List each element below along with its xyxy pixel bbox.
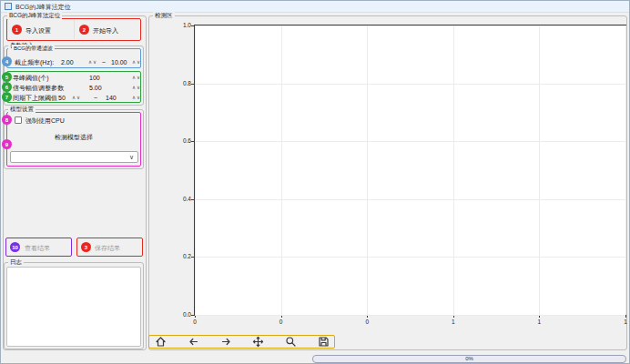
x-tick-label: 0 [360, 318, 374, 325]
x-tick-label: 1 [446, 318, 461, 325]
pan-icon[interactable] [252, 337, 263, 348]
x-tick-label: 0 [274, 318, 289, 325]
badge-4: 4 [2, 56, 12, 66]
zoom-icon[interactable] [285, 337, 296, 348]
badge-2: 2 [79, 25, 89, 35]
left-group-label: BCG的J峰算法定位 [7, 12, 62, 19]
y-tick-label: 0.0 [171, 311, 191, 318]
progress-text: 0% [465, 356, 473, 362]
import-annotation-box [6, 18, 141, 41]
y-gridline [195, 199, 625, 200]
x-gridline [281, 25, 282, 315]
save-icon[interactable] [318, 337, 329, 348]
progress-bar: 0% [312, 355, 626, 363]
badge-1: 1 [12, 25, 22, 35]
plot-group-label: 检测区 [153, 12, 175, 19]
threshold-annotation-box [6, 71, 141, 103]
y-tickmark [191, 84, 195, 85]
badge-6: 6 [2, 82, 12, 92]
y-tickmark [191, 141, 195, 142]
model-group-label: 模型设置 [8, 106, 36, 113]
badge-8: 8 [2, 115, 12, 125]
y-gridline [195, 25, 625, 26]
x-tick-label: 1 [618, 318, 630, 325]
badge-7: 7 [2, 92, 12, 102]
log-textarea[interactable] [6, 267, 141, 347]
back-icon[interactable] [188, 337, 198, 348]
y-gridline [195, 257, 625, 258]
y-gridline [195, 315, 625, 316]
y-tick-label: 1.0 [171, 22, 191, 28]
y-tick-label: 0.8 [171, 80, 191, 86]
x-tick-label: 1 [532, 318, 546, 325]
y-tickmark [191, 25, 195, 26]
y-tickmark [191, 257, 195, 258]
badge-9: 9 [2, 139, 12, 149]
x-gridline [625, 25, 626, 315]
y-tick-label: 0.6 [171, 137, 191, 144]
forward-icon[interactable] [220, 337, 231, 348]
x-gridline [195, 25, 196, 315]
y-tickmark [191, 199, 195, 200]
y-tick-label: 0.2 [171, 253, 191, 259]
badge-3: 3 [81, 242, 91, 252]
badge-10: 10 [10, 242, 20, 252]
x-gridline [453, 25, 454, 315]
plot-canvas[interactable]: 0001110.00.20.40.60.81.0 [194, 25, 626, 316]
model-annotation-box [6, 112, 141, 167]
home-icon[interactable] [155, 337, 166, 348]
titlebar: BCG的J峰算法定位 [0, 0, 630, 13]
x-gridline [367, 25, 368, 315]
y-gridline [195, 84, 625, 85]
app-icon [5, 3, 12, 10]
matplotlib-toolbar [148, 335, 335, 349]
bandpass-group-label: BCG的带通滤波 [12, 45, 55, 52]
badge-5: 5 [2, 72, 12, 82]
x-gridline [539, 25, 540, 315]
log-group-label: 日志 [8, 258, 24, 266]
x-tick-label: 0 [188, 318, 202, 325]
window-title: BCG的J峰算法定位 [15, 3, 71, 12]
y-gridline [195, 141, 625, 142]
y-tickmark [191, 315, 195, 316]
x-tickmark [625, 315, 626, 318]
y-tick-label: 0.4 [171, 196, 191, 202]
